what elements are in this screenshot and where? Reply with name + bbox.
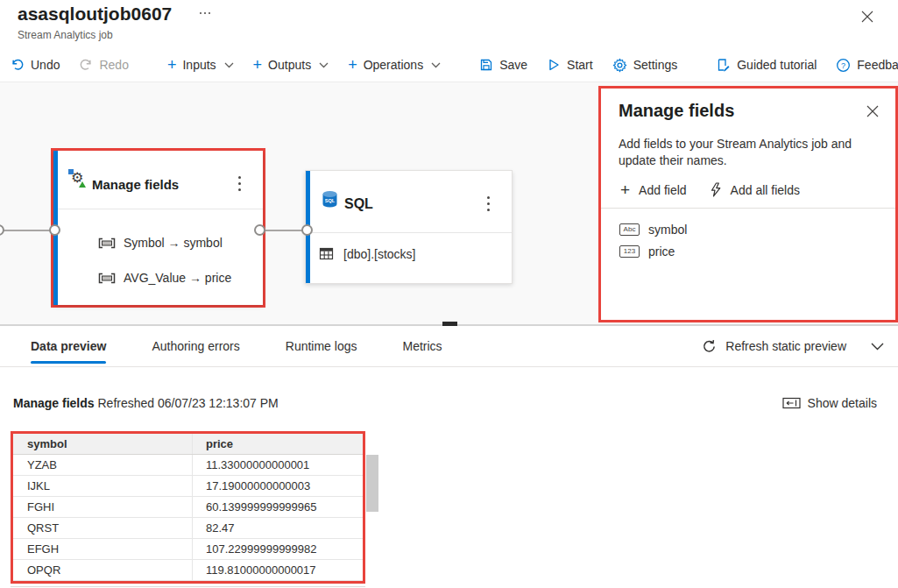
gear-icon <box>612 58 627 73</box>
plus-icon: + <box>167 59 177 71</box>
add-field-label: Add field <box>639 183 686 197</box>
table-row[interactable]: OPQR 119.81000000000017 <box>13 560 363 581</box>
connector-port[interactable] <box>0 224 4 236</box>
more-options-icon[interactable] <box>200 12 210 14</box>
cell-symbol: EFGH <box>13 539 193 559</box>
stream-analytics-editor: asasqloutjob0607 Stream Analytics job Un… <box>0 0 898 588</box>
redo-label: Redo <box>99 58 128 72</box>
cell-price: 119.81000000000017 <box>193 563 363 577</box>
node-menu-icon[interactable] <box>236 174 244 194</box>
add-field-button[interactable]: + Add field <box>620 183 687 197</box>
save-button[interactable]: Save <box>479 58 527 72</box>
bottom-tabbar: Data preview Authoring errors Runtime lo… <box>0 326 898 367</box>
refresh-label: Refresh static preview <box>725 339 846 353</box>
table-grid-icon <box>319 246 334 261</box>
sql-database-icon: SQL <box>320 189 340 209</box>
add-outputs-menu[interactable]: + Outputs <box>253 58 329 72</box>
start-button[interactable]: Start <box>547 58 593 72</box>
table-row[interactable]: YZAB 11.33000000000001 <box>13 455 363 476</box>
page-header: asasqloutjob0607 Stream Analytics job <box>0 0 898 48</box>
cell-price: 17.19000000000003 <box>193 479 363 492</box>
cell-price: 82.47 <box>193 521 363 535</box>
table-row[interactable]: FGHI 60.139999999999965 <box>13 497 363 518</box>
table-row[interactable]: QRST 82.47 <box>13 518 363 539</box>
cell-price: 60.139999999999965 <box>193 500 363 514</box>
table-vscrollbar[interactable] <box>366 455 378 512</box>
manage-fields-node-highlight: ⚙ Manage fields Symbol → symbol AVG_Valu… <box>51 148 265 308</box>
field-mapping-icon <box>98 237 116 249</box>
close-icon[interactable] <box>859 8 876 25</box>
cell-symbol: QRST <box>13 518 193 538</box>
panel-divider <box>601 208 895 209</box>
field-mapping-label: Symbol → symbol <box>124 236 223 250</box>
column-header-symbol[interactable]: symbol <box>13 434 193 454</box>
add-all-fields-button[interactable]: Add all fields <box>710 182 800 197</box>
table-row[interactable]: IJKL 17.19000000000003 <box>13 476 363 497</box>
tab-data-preview[interactable]: Data preview <box>31 326 106 366</box>
operations-label: Operations <box>364 58 423 72</box>
inputs-label: Inputs <box>182 58 216 72</box>
lightning-icon <box>710 182 722 197</box>
redo-button[interactable]: Redo <box>79 58 128 72</box>
close-icon[interactable] <box>866 104 880 118</box>
undo-label: Undo <box>31 58 60 72</box>
add-operations-menu[interactable]: + Operations <box>348 58 441 72</box>
refresh-icon <box>702 339 717 354</box>
preview-node-title: Manage fields <box>13 396 95 410</box>
show-details-label: Show details <box>808 396 877 410</box>
field-list-item[interactable]: 123 price <box>619 244 687 259</box>
tab-runtime-logs[interactable]: Runtime logs <box>286 326 357 366</box>
tab-authoring-errors[interactable]: Authoring errors <box>152 326 239 366</box>
feedback-button[interactable]: ? Feedback <box>836 58 898 73</box>
preview-status: Manage fields Refreshed 06/07/23 12:13:0… <box>13 396 279 410</box>
manage-fields-icon: ⚙ <box>68 169 87 188</box>
manage-fields-node[interactable]: ⚙ Manage fields Symbol → symbol AVG_Valu… <box>53 151 263 305</box>
settings-button[interactable]: Settings <box>612 58 678 73</box>
node-title: Manage fields <box>92 177 179 192</box>
chevron-down-icon <box>319 62 329 68</box>
preview-refreshed-text: Refreshed 06/07/23 12:13:07 PM <box>97 396 278 410</box>
panel-description: Add fields to your Stream Analytics job … <box>619 136 883 169</box>
cell-symbol: OPQR <box>13 560 193 580</box>
guided-tutorial-label: Guided tutorial <box>737 58 817 72</box>
table-row[interactable]: EFGH 107.22999999999982 <box>13 539 363 560</box>
field-mapping-row[interactable]: Symbol → symbol <box>98 230 223 256</box>
show-details-icon <box>782 397 801 409</box>
manage-fields-panel: Manage fields Add fields to your Stream … <box>598 86 898 322</box>
chevron-down-icon[interactable] <box>871 343 884 351</box>
tab-metrics[interactable]: Metrics <box>402 326 442 366</box>
refresh-static-preview-button[interactable]: Refresh static preview <box>702 326 884 366</box>
plus-icon: + <box>620 183 630 197</box>
node-title: SQL <box>344 196 373 212</box>
connector-port[interactable] <box>301 224 313 236</box>
play-icon <box>547 58 561 72</box>
command-bar: Undo Redo + Inputs + Outputs + Operation… <box>0 48 898 81</box>
save-label: Save <box>499 58 527 72</box>
field-list-item[interactable]: Abc symbol <box>619 223 687 237</box>
cell-symbol: YZAB <box>13 455 193 475</box>
page-subtitle: Stream Analytics job <box>18 29 113 41</box>
connector-port[interactable] <box>49 224 60 236</box>
string-type-icon: Abc <box>619 223 640 236</box>
field-mapping-icon <box>98 273 116 284</box>
start-label: Start <box>567 58 593 72</box>
undo-button[interactable]: Undo <box>11 58 60 72</box>
help-circle-icon: ? <box>836 58 851 73</box>
column-header-price[interactable]: price <box>193 437 363 450</box>
field-mapping-row[interactable]: AVG_Value → price <box>98 265 231 291</box>
undo-icon <box>11 58 25 72</box>
guided-tutorial-button[interactable]: Guided tutorial <box>716 58 817 73</box>
table-ref-row[interactable]: [dbo].[stocks] <box>319 246 415 261</box>
connector-port[interactable] <box>254 224 265 236</box>
cell-symbol: IJKL <box>13 476 193 496</box>
chevron-down-icon <box>224 62 234 68</box>
sql-output-node[interactable]: SQL SQL [dbo].[stocks] <box>305 170 513 284</box>
node-divider <box>310 232 512 233</box>
feedback-label: Feedback <box>857 58 898 72</box>
show-details-button[interactable]: Show details <box>782 396 877 410</box>
table-header-row: symbol price <box>13 434 363 455</box>
node-menu-icon[interactable] <box>484 194 492 214</box>
cell-price: 107.22999999999982 <box>193 542 363 556</box>
add-inputs-menu[interactable]: + Inputs <box>167 58 234 72</box>
page-title: asasqloutjob0607 <box>18 4 172 25</box>
